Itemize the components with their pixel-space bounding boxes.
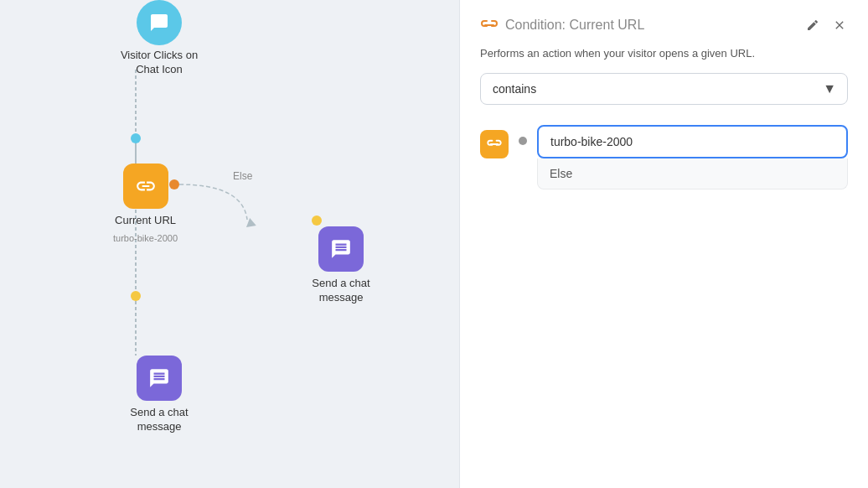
svg-text:Else: Else — [233, 170, 253, 182]
condition-select-wrapper: contains equals starts with ends with do… — [480, 73, 848, 105]
svg-point-2 — [131, 133, 141, 143]
current-url-sublabel: turbo-bike-2000 — [113, 233, 178, 243]
svg-point-7 — [312, 215, 322, 226]
condition-panel: Condition: Current URL Performs an actio… — [459, 0, 868, 488]
condition-description: Performs an action when your visitor ope… — [480, 47, 848, 60]
send-chat-else-node[interactable]: Send a chat message — [295, 226, 387, 305]
visitor-label: Visitor Clicks on Chat Icon — [113, 49, 205, 77]
send-chat-main-node[interactable]: Send a chat message — [113, 356, 205, 434]
send-chat-else-icon — [318, 226, 364, 272]
send-chat-main-icon — [137, 356, 182, 401]
condition-row: Else — [480, 125, 848, 189]
send-chat-else-label: Send a chat message — [295, 277, 387, 305]
send-chat-main-label: Send a chat message — [113, 406, 205, 434]
link-icon — [480, 18, 499, 32]
header-actions — [804, 17, 848, 34]
current-url-label: Current URL — [115, 214, 176, 228]
condition-input-container: Else — [537, 125, 848, 189]
current-url-node[interactable]: Current URL turbo-bike-2000 — [113, 164, 178, 243]
else-label: Else — [537, 158, 848, 189]
condition-name: Current URL — [570, 18, 645, 32]
condition-select[interactable]: contains equals starts with ends with do… — [480, 73, 848, 105]
visitor-node: Visitor Clicks on Chat Icon — [113, 0, 205, 77]
condition-prefix: Condition: — [505, 18, 566, 32]
current-url-icon — [123, 164, 168, 209]
svg-point-8 — [131, 291, 141, 301]
condition-value-input[interactable] — [537, 125, 848, 158]
condition-node-icon — [480, 130, 509, 158]
condition-header: Condition: Current URL — [480, 17, 848, 34]
edit-button[interactable] — [804, 17, 821, 34]
close-button[interactable] — [831, 17, 848, 34]
flow-diagram: Else Visitor Clicks on Chat Icon Current… — [0, 0, 459, 488]
svg-marker-5 — [245, 217, 256, 227]
visitor-icon — [137, 0, 182, 45]
condition-connector-dot — [519, 137, 527, 145]
condition-title-row: Condition: Current URL — [480, 18, 644, 33]
condition-title: Condition: Current URL — [505, 18, 644, 33]
